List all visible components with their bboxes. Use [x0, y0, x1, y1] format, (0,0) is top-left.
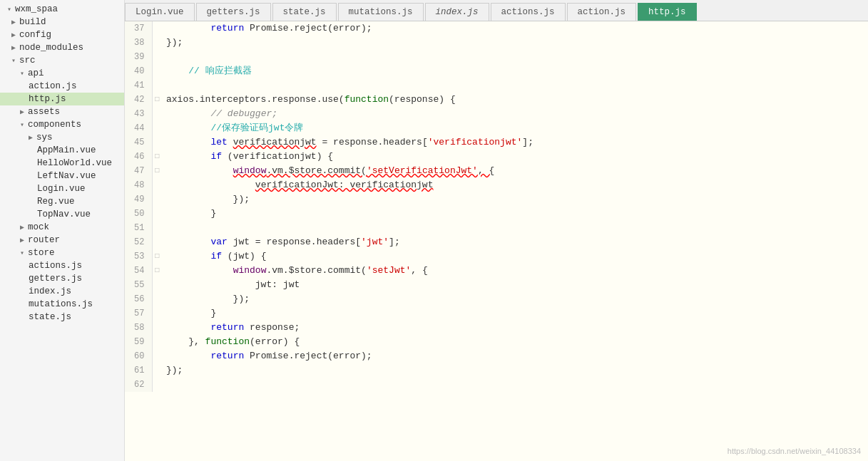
line-49: 49 }); — [125, 192, 868, 207]
line-52: 52 var jwt = response.headers['jwt']; — [125, 235, 868, 249]
line-48: 48 verificationJwt: verificationjwt — [125, 178, 868, 192]
file-tree: ▾ wxm_spaa ▶ build ▶ config ▶ node_modul… — [0, 0, 125, 461]
tree-assets[interactable]: ▶ assets — [0, 105, 124, 118]
tab-bar: Login.vue getters.js state.js mutations.… — [125, 0, 868, 21]
line-58: 58 return response; — [125, 321, 868, 335]
line-57: 57 } — [125, 306, 868, 321]
tree-appmain[interactable]: AppMain.vue — [0, 144, 124, 157]
tree-api[interactable]: ▾ api — [0, 67, 124, 80]
tab-login-vue[interactable]: Login.vue — [125, 3, 195, 21]
line-40: 40 // 响应拦截器 — [125, 64, 868, 78]
tree-router[interactable]: ▶ router — [0, 234, 124, 247]
line-46: 46 □ if (verificationjwt) { — [125, 150, 868, 164]
root-label: wxm_spaa — [15, 4, 58, 14]
tab-http-js[interactable]: http.js — [638, 3, 697, 21]
tree-mock[interactable]: ▶ mock — [0, 221, 124, 234]
tree-topnav[interactable]: TopNav.vue — [0, 208, 124, 221]
tree-config[interactable]: ▶ config — [0, 29, 124, 41]
tab-getters-js[interactable]: getters.js — [196, 3, 271, 21]
line-59: 59 }, function(error) { — [125, 335, 868, 349]
tab-state-js[interactable]: state.js — [272, 3, 337, 21]
tab-action-js[interactable]: action.js — [567, 3, 637, 21]
tree-reg-vue[interactable]: Reg.vue — [0, 195, 124, 208]
line-42: 42 □ axios.interceptors.response.use(fun… — [125, 93, 868, 107]
tree-src[interactable]: ▾ src — [0, 54, 124, 67]
line-55: 55 jwt: jwt — [125, 278, 868, 292]
tree-node-modules[interactable]: ▶ node_modules — [0, 41, 124, 54]
watermark: https://blog.csdn.net/weixin_44108334 — [727, 447, 861, 455]
line-53: 53 □ if (jwt) { — [125, 249, 868, 264]
code-table: 37 return Promise.reject(error); 38 }); … — [125, 21, 868, 392]
tree-sys[interactable]: ▶ sys — [0, 131, 124, 144]
line-56: 56 }); — [125, 292, 868, 306]
tree-components[interactable]: ▾ components — [0, 118, 124, 131]
line-44: 44 //保存验证码jwt令牌 — [125, 121, 868, 135]
line-37: 37 return Promise.reject(error); — [125, 21, 868, 36]
tree-http-js[interactable]: http.js — [0, 93, 124, 105]
line-54: 54 □ window.vm.$store.commit('setJwt', { — [125, 264, 868, 278]
line-43: 43 // debugger; — [125, 107, 868, 121]
tree-action-js[interactable]: action.js — [0, 80, 124, 93]
line-39: 39 — [125, 50, 868, 64]
tree-store-mutations[interactable]: mutations.js — [0, 298, 124, 311]
tab-index-js[interactable]: index.js — [425, 3, 489, 21]
line-62: 62 — [125, 378, 868, 392]
tab-actions-js[interactable]: actions.js — [491, 3, 566, 21]
tree-store-index[interactable]: index.js — [0, 285, 124, 298]
line-50: 50 } — [125, 207, 868, 221]
line-51: 51 — [125, 221, 868, 235]
tree-helloworld[interactable]: HelloWorld.vue — [0, 157, 124, 170]
line-47: 47 □ window.vm.$store.commit('setVerific… — [125, 164, 868, 178]
tab-mutations-js[interactable]: mutations.js — [338, 3, 424, 21]
tree-store-state[interactable]: state.js — [0, 311, 124, 323]
tree-login-vue[interactable]: Login.vue — [0, 182, 124, 195]
code-content: 37 return Promise.reject(error); 38 }); … — [125, 21, 868, 392]
tree-build[interactable]: ▶ build — [0, 16, 124, 29]
tree-store-getters[interactable]: getters.js — [0, 272, 124, 285]
line-41: 41 — [125, 78, 868, 93]
code-editor: 37 return Promise.reject(error); 38 }); … — [125, 21, 868, 461]
tree-root[interactable]: ▾ wxm_spaa — [0, 3, 124, 16]
editor-main: Login.vue getters.js state.js mutations.… — [125, 0, 868, 461]
line-45: 45 let verificationjwt = response.header… — [125, 135, 868, 150]
tree-store[interactable]: ▾ store — [0, 247, 124, 259]
tree-store-actions[interactable]: actions.js — [0, 259, 124, 272]
tree-leftnav[interactable]: LeftNav.vue — [0, 170, 124, 182]
line-60: 60 return Promise.reject(error); — [125, 349, 868, 363]
line-61: 61 }); — [125, 363, 868, 378]
line-38: 38 }); — [125, 36, 868, 50]
